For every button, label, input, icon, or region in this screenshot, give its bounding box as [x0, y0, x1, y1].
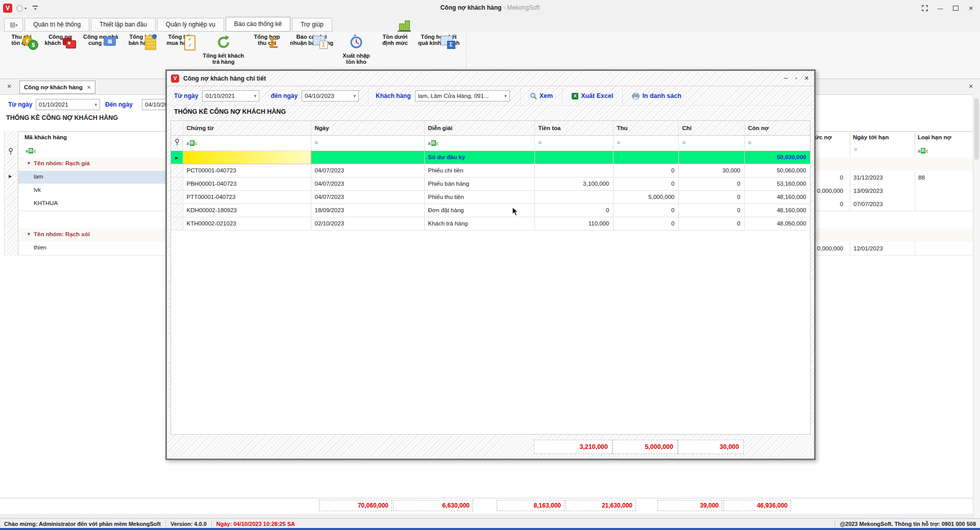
focused-cell[interactable]: [183, 150, 311, 164]
tool-tong-ket-ban-hang[interactable]: Tổng kết bán hàng: [121, 34, 160, 46]
dialog-cong-no-chi-tiet: V Công nợ khách hàng chi tiết ─ ▫ ✕ Từ n…: [165, 69, 816, 460]
status-bar: Chào mừng: Administrator đến với phần mề…: [0, 518, 980, 528]
dialog-filter-bar: Từ ngày 01/10/2021▾ đến ngày 04/10/2023▾…: [167, 87, 814, 106]
main-to-label: Đến ngày: [105, 101, 133, 108]
filter-abc-icon[interactable]: aBc: [918, 148, 928, 154]
dialog-to-date-input[interactable]: 04/10/2023▾: [302, 90, 359, 102]
col-chung-tu[interactable]: Chứng từ: [183, 121, 311, 135]
dialog-grid-filter-row: aBc = aBc = = = =: [171, 135, 810, 150]
maximize-button[interactable]: [949, 3, 962, 13]
dialog-customer-label: Khách hàng: [376, 92, 411, 99]
dialog-maximize-icon[interactable]: ▫: [795, 75, 797, 82]
tool-ton-duoi-dinh-muc[interactable]: Tồn dưới định mức: [376, 34, 414, 46]
ribbon-tab-quan-tri-he-thong[interactable]: Quản trị hệ thống: [24, 18, 89, 32]
col-thu[interactable]: Thu: [613, 121, 678, 135]
chevron-down-icon[interactable]: ▾: [91, 102, 97, 107]
window-title-suffix: - MekongSoft: [502, 4, 540, 11]
col-ngay[interactable]: Ngày: [311, 121, 424, 135]
total-thu: 5,000,000: [612, 440, 678, 454]
tool-cong-no-nha-cung-cap[interactable]: ▦ Công nợ nhà cung cấp: [80, 34, 121, 46]
view-button[interactable]: Xem: [530, 92, 553, 99]
current-row-arrow-icon: ▶: [9, 174, 12, 179]
refresh-icon: [215, 45, 232, 53]
col-header-ma-khach-hang[interactable]: Mã khách hàng: [24, 134, 67, 140]
ribbon-tab-bao-cao-thong-ke[interactable]: Báo cáo thống kê: [226, 17, 290, 32]
scrollbar-thumb[interactable]: [974, 98, 979, 160]
current-row-arrow-icon: ▶: [171, 150, 183, 164]
summary-cell: 70,060,000: [319, 500, 392, 511]
filter-equals-icon[interactable]: =: [854, 146, 857, 153]
voucher-row[interactable]: PBH00001-040723 04/07/2023 Phiếu bán hàn…: [171, 177, 810, 190]
filter-equals-icon[interactable]: =: [744, 135, 810, 150]
collapse-triangle-icon[interactable]: ▼: [27, 232, 31, 237]
voucher-row[interactable]: PTT00001-040723 04/07/2023 Phiếu thu tiề…: [171, 190, 810, 204]
dialog-minimize-icon[interactable]: ─: [784, 75, 788, 82]
chevron-down-icon[interactable]: ▾: [501, 93, 507, 98]
chevron-down-icon[interactable]: ▾: [351, 93, 356, 98]
ribbon-tab-thiet-lap-ban-dau[interactable]: Thiết lập ban đầu: [91, 18, 156, 32]
voucher-row[interactable]: PCT00001-040723 04/07/2023 Phiếu chi tiề…: [171, 164, 810, 177]
ribbon-tab-quan-ly-nghiep-vu[interactable]: Quản lý nghiệp vụ: [157, 18, 224, 32]
tool-tong-hop-ket-qua-kinh-doanh[interactable]: Σ Tổng hợp kết quả kinh doanh: [414, 34, 463, 46]
dialog-titlebar[interactable]: V Công nợ khách hàng chi tiết ─ ▫ ✕: [167, 71, 814, 86]
print-list-button[interactable]: In danh sách: [632, 92, 681, 99]
tool-tong-ket-mua-hang[interactable]: ✓✓ Tổng kết mua hàng: [160, 34, 199, 46]
ribbon-menu-button[interactable]: ▤▾: [4, 18, 23, 32]
minimize-button[interactable]: —: [934, 3, 946, 13]
filter-equals-icon[interactable]: =: [613, 135, 678, 150]
summary-cell: 6,630,000: [393, 500, 473, 511]
filter-equals-icon[interactable]: =: [311, 135, 424, 150]
pin-icon: [171, 135, 183, 150]
ribbon-tab-bar: ▤▾ Quản trị hệ thống Thiết lập ban đầu Q…: [0, 16, 980, 32]
status-welcome: Chào mừng: Administrator đến với phần mề…: [4, 521, 161, 527]
tabstrip-close-left-icon[interactable]: ✕: [4, 81, 14, 91]
chevron-down-icon[interactable]: ▾: [251, 93, 257, 98]
collapse-triangle-icon[interactable]: ▼: [27, 161, 31, 166]
vertical-scrollbar[interactable]: [973, 94, 980, 518]
col-tien-toa[interactable]: Tiền toa: [534, 121, 613, 135]
filter-abc-icon[interactable]: aBc: [424, 135, 534, 150]
dialog-from-date-input[interactable]: 01/10/2021▾: [202, 90, 259, 102]
tabstrip-close-right-icon[interactable]: ✕: [966, 81, 976, 91]
opening-balance-row[interactable]: ▶ Số dư đầu kỳ 50,030,000: [171, 150, 810, 164]
col-header-ngay-toi-han[interactable]: Ngày tới hạn: [853, 134, 889, 140]
tool-thu-chi-ton-quy[interactable]: € $ Thu chi tồn quỹ: [2, 34, 41, 46]
opening-balance-label: Số dư đầu kỳ: [424, 150, 534, 164]
close-button[interactable]: ✕: [965, 3, 977, 13]
col-dien-giai[interactable]: Diễn giải: [424, 121, 534, 135]
dialog-close-icon[interactable]: ✕: [804, 75, 809, 82]
filter-equals-icon[interactable]: =: [678, 135, 744, 150]
ribbon-tab-tro-giup[interactable]: Trợ giúp: [292, 18, 332, 32]
opening-balance-value: 50,030,000: [744, 150, 810, 164]
tab-close-icon[interactable]: ✕: [87, 85, 91, 90]
fullscreen-button[interactable]: [919, 3, 931, 13]
filter-abc-icon[interactable]: aBc: [26, 148, 36, 154]
filter-abc-icon[interactable]: aBc: [183, 135, 311, 150]
main-section-title: THỐNG KÊ CÔNG NỢ KHÁCH HÀNG: [6, 114, 118, 121]
dialog-title: Công nợ khách hàng chi tiết: [183, 75, 266, 82]
voucher-row[interactable]: KDH00002-180923 18/09/2023 Đơn đặt hàng …: [171, 204, 810, 217]
dialog-logo-icon: V: [171, 74, 179, 83]
col-chi[interactable]: Chi: [678, 121, 744, 135]
tool-cong-no-khach-hang[interactable]: Công nợ khách hàng: [41, 34, 80, 46]
tool-tong-hop-thu-chi[interactable]: Σ Tổng hợp thu chi: [248, 34, 286, 46]
tool-bao-cao-loi-nhuan[interactable]: Σ Báo cáo lợi nhuận bán hàng: [286, 34, 337, 46]
status-support: @2023 MekongSoft. Thông tin hỗ trợ: 0901…: [840, 521, 976, 527]
status-date: Ngày: 04/10/2023 10:28:25 SA: [216, 521, 295, 527]
export-excel-button[interactable]: X Xuất Excel: [572, 92, 613, 99]
summary-cell: 8,163,000: [497, 500, 565, 511]
tool-tong-ket-khach-tra-hang[interactable]: Tổng kết khách trả hàng: [199, 34, 248, 65]
voucher-row[interactable]: KTH00002-021023 02/10/2023 Khách trả hàn…: [171, 217, 810, 230]
col-header-loai-han-no[interactable]: Loại hạn nợ: [918, 134, 951, 140]
mouse-cursor: [512, 207, 519, 218]
dialog-from-label: Từ ngày: [174, 92, 198, 99]
dialog-customer-select[interactable]: lam, Lâm Cửa Hàng, 091...▾: [415, 90, 510, 102]
col-con-no[interactable]: Còn nợ: [744, 121, 810, 135]
filter-equals-icon[interactable]: =: [534, 135, 613, 150]
dialog-to-label: đến ngày: [271, 92, 298, 99]
main-from-date-input[interactable]: 01/10/2021▾: [36, 99, 100, 110]
total-tien-toa: 3,210,000: [534, 440, 612, 454]
doc-tab-cong-no-khach-hang[interactable]: Công nợ khách hàng ✕: [19, 81, 95, 94]
excel-icon: X: [572, 93, 578, 99]
tool-xuat-nhap-ton-kho[interactable]: Xuất nhập tồn kho: [337, 34, 376, 65]
